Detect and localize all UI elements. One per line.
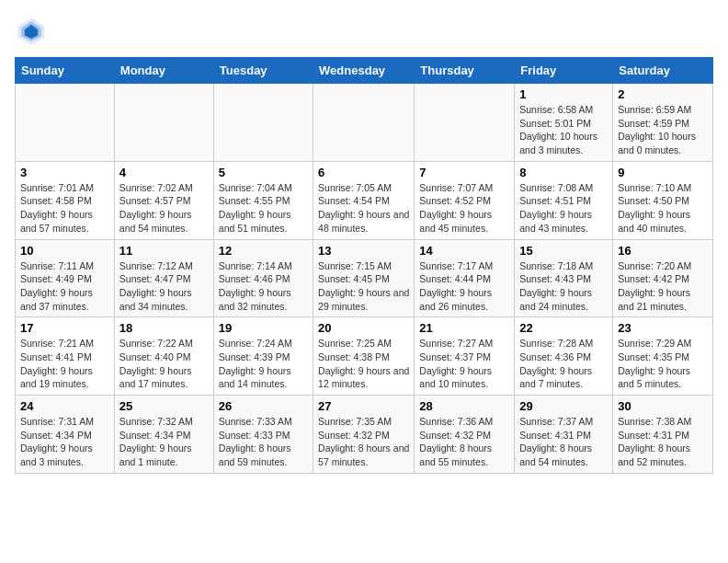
day-detail: Sunrise: 7:25 AM Sunset: 4:38 PM Dayligh… xyxy=(318,337,409,391)
day-detail: Sunrise: 7:15 AM Sunset: 4:45 PM Dayligh… xyxy=(318,259,409,314)
calendar-header: SundayMondayTuesdayWednesdayThursdayFrid… xyxy=(16,58,713,84)
week-row-5: 24Sunrise: 7:31 AM Sunset: 4:34 PM Dayli… xyxy=(16,396,713,474)
day-number: 6 xyxy=(318,166,409,179)
day-cell: 29Sunrise: 7:37 AM Sunset: 4:31 PM Dayli… xyxy=(515,396,613,474)
day-cell: 26Sunrise: 7:33 AM Sunset: 4:33 PM Dayli… xyxy=(213,396,313,474)
day-cell: 3Sunrise: 7:01 AM Sunset: 4:58 PM Daylig… xyxy=(16,161,115,239)
day-cell: 9Sunrise: 7:10 AM Sunset: 4:50 PM Daylig… xyxy=(613,161,713,239)
week-row-4: 17Sunrise: 7:21 AM Sunset: 4:41 PM Dayli… xyxy=(16,317,713,396)
day-detail: Sunrise: 7:33 AM Sunset: 4:33 PM Dayligh… xyxy=(219,415,308,469)
day-number: 16 xyxy=(618,244,708,258)
logo xyxy=(15,15,51,48)
col-header-tuesday: Tuesday xyxy=(213,58,313,84)
day-cell: 14Sunrise: 7:17 AM Sunset: 4:44 PM Dayli… xyxy=(415,239,515,317)
day-detail: Sunrise: 7:32 AM Sunset: 4:34 PM Dayligh… xyxy=(119,415,209,469)
day-cell: 22Sunrise: 7:28 AM Sunset: 4:36 PM Dayli… xyxy=(515,317,613,396)
col-header-thursday: Thursday xyxy=(415,58,515,84)
day-number: 29 xyxy=(519,399,608,413)
day-detail: Sunrise: 6:58 AM Sunset: 5:01 PM Dayligh… xyxy=(519,103,608,157)
col-header-monday: Monday xyxy=(114,58,213,84)
day-number: 9 xyxy=(618,166,708,179)
day-cell xyxy=(213,84,313,162)
day-detail: Sunrise: 7:21 AM Sunset: 4:41 PM Dayligh… xyxy=(20,337,109,391)
day-cell: 5Sunrise: 7:04 AM Sunset: 4:55 PM Daylig… xyxy=(213,161,313,239)
day-detail: Sunrise: 7:36 AM Sunset: 4:32 PM Dayligh… xyxy=(419,415,509,469)
logo-icon xyxy=(15,15,48,48)
day-detail: Sunrise: 7:24 AM Sunset: 4:39 PM Dayligh… xyxy=(219,337,308,391)
day-detail: Sunrise: 7:22 AM Sunset: 4:40 PM Dayligh… xyxy=(119,337,209,391)
day-number: 27 xyxy=(318,399,409,413)
day-number: 11 xyxy=(119,244,209,258)
day-cell xyxy=(114,84,213,162)
calendar-body: 1Sunrise: 6:58 AM Sunset: 5:01 PM Daylig… xyxy=(16,84,713,474)
day-detail: Sunrise: 7:12 AM Sunset: 4:47 PM Dayligh… xyxy=(119,259,209,314)
day-cell: 13Sunrise: 7:15 AM Sunset: 4:45 PM Dayli… xyxy=(313,239,415,317)
day-detail: Sunrise: 7:11 AM Sunset: 4:49 PM Dayligh… xyxy=(20,259,109,314)
day-detail: Sunrise: 7:31 AM Sunset: 4:34 PM Dayligh… xyxy=(20,415,109,469)
day-detail: Sunrise: 7:05 AM Sunset: 4:54 PM Dayligh… xyxy=(318,181,409,236)
day-number: 1 xyxy=(519,87,608,101)
day-number: 13 xyxy=(318,244,409,258)
day-number: 19 xyxy=(219,321,308,335)
day-number: 3 xyxy=(20,166,109,179)
week-row-1: 1Sunrise: 6:58 AM Sunset: 5:01 PM Daylig… xyxy=(16,84,713,162)
day-number: 25 xyxy=(119,399,209,413)
day-detail: Sunrise: 7:37 AM Sunset: 4:31 PM Dayligh… xyxy=(519,415,608,469)
day-cell: 20Sunrise: 7:25 AM Sunset: 4:38 PM Dayli… xyxy=(313,317,415,396)
day-number: 17 xyxy=(20,321,109,335)
day-number: 10 xyxy=(20,244,109,258)
day-cell: 25Sunrise: 7:32 AM Sunset: 4:34 PM Dayli… xyxy=(114,396,213,474)
day-detail: Sunrise: 7:20 AM Sunset: 4:42 PM Dayligh… xyxy=(618,259,708,314)
day-detail: Sunrise: 6:59 AM Sunset: 4:59 PM Dayligh… xyxy=(618,103,708,157)
day-cell: 4Sunrise: 7:02 AM Sunset: 4:57 PM Daylig… xyxy=(114,161,213,239)
col-header-friday: Friday xyxy=(515,58,613,84)
day-cell: 23Sunrise: 7:29 AM Sunset: 4:35 PM Dayli… xyxy=(613,317,713,396)
day-number: 14 xyxy=(419,244,509,258)
day-cell: 27Sunrise: 7:35 AM Sunset: 4:32 PM Dayli… xyxy=(313,396,415,474)
day-cell: 24Sunrise: 7:31 AM Sunset: 4:34 PM Dayli… xyxy=(16,396,115,474)
day-cell xyxy=(415,84,515,162)
week-row-3: 10Sunrise: 7:11 AM Sunset: 4:49 PM Dayli… xyxy=(16,239,713,317)
day-cell: 12Sunrise: 7:14 AM Sunset: 4:46 PM Dayli… xyxy=(213,239,313,317)
day-cell: 17Sunrise: 7:21 AM Sunset: 4:41 PM Dayli… xyxy=(16,317,115,396)
day-detail: Sunrise: 7:07 AM Sunset: 4:52 PM Dayligh… xyxy=(419,181,509,236)
day-detail: Sunrise: 7:10 AM Sunset: 4:50 PM Dayligh… xyxy=(618,181,708,236)
day-number: 23 xyxy=(618,321,708,335)
day-cell: 10Sunrise: 7:11 AM Sunset: 4:49 PM Dayli… xyxy=(16,239,115,317)
day-cell: 19Sunrise: 7:24 AM Sunset: 4:39 PM Dayli… xyxy=(213,317,313,396)
day-number: 8 xyxy=(519,166,608,179)
page-header xyxy=(15,15,713,48)
day-number: 15 xyxy=(519,244,608,258)
col-header-saturday: Saturday xyxy=(613,58,713,84)
day-detail: Sunrise: 7:38 AM Sunset: 4:31 PM Dayligh… xyxy=(618,415,708,469)
day-detail: Sunrise: 7:08 AM Sunset: 4:51 PM Dayligh… xyxy=(519,181,608,236)
day-detail: Sunrise: 7:02 AM Sunset: 4:57 PM Dayligh… xyxy=(119,181,209,236)
calendar-table: SundayMondayTuesdayWednesdayThursdayFrid… xyxy=(15,57,713,474)
day-detail: Sunrise: 7:28 AM Sunset: 4:36 PM Dayligh… xyxy=(519,337,608,391)
day-cell: 6Sunrise: 7:05 AM Sunset: 4:54 PM Daylig… xyxy=(313,161,415,239)
day-cell: 30Sunrise: 7:38 AM Sunset: 4:31 PM Dayli… xyxy=(613,396,713,474)
day-cell: 28Sunrise: 7:36 AM Sunset: 4:32 PM Dayli… xyxy=(415,396,515,474)
day-number: 20 xyxy=(318,321,409,335)
header-row: SundayMondayTuesdayWednesdayThursdayFrid… xyxy=(16,58,713,84)
day-cell: 1Sunrise: 6:58 AM Sunset: 5:01 PM Daylig… xyxy=(515,84,613,162)
day-cell: 15Sunrise: 7:18 AM Sunset: 4:43 PM Dayli… xyxy=(515,239,613,317)
day-number: 4 xyxy=(119,166,209,179)
day-cell: 2Sunrise: 6:59 AM Sunset: 4:59 PM Daylig… xyxy=(613,84,713,162)
day-number: 26 xyxy=(219,399,308,413)
day-detail: Sunrise: 7:18 AM Sunset: 4:43 PM Dayligh… xyxy=(519,259,608,314)
day-cell xyxy=(313,84,415,162)
day-number: 30 xyxy=(618,399,708,413)
day-number: 28 xyxy=(419,399,509,413)
day-number: 18 xyxy=(119,321,209,335)
day-number: 22 xyxy=(519,321,608,335)
day-number: 5 xyxy=(219,166,308,179)
day-detail: Sunrise: 7:01 AM Sunset: 4:58 PM Dayligh… xyxy=(20,181,109,236)
day-number: 2 xyxy=(618,87,708,101)
day-cell xyxy=(16,84,115,162)
day-cell: 11Sunrise: 7:12 AM Sunset: 4:47 PM Dayli… xyxy=(114,239,213,317)
day-detail: Sunrise: 7:35 AM Sunset: 4:32 PM Dayligh… xyxy=(318,415,409,469)
day-cell: 21Sunrise: 7:27 AM Sunset: 4:37 PM Dayli… xyxy=(415,317,515,396)
day-number: 12 xyxy=(219,244,308,258)
col-header-sunday: Sunday xyxy=(16,58,115,84)
